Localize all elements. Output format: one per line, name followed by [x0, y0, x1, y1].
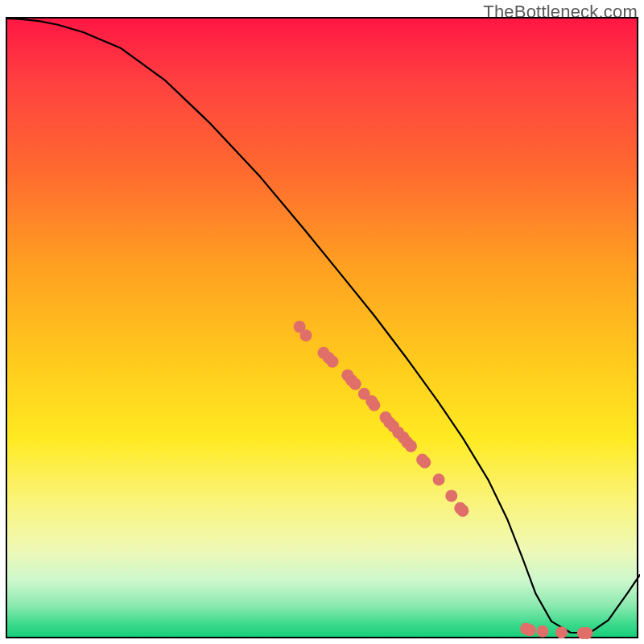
scatter-dot	[349, 378, 361, 390]
scatter-dots	[294, 320, 593, 639]
scatter-dot	[536, 625, 548, 638]
scatter-dot	[524, 624, 536, 636]
plot-frame	[6, 17, 638, 638]
bottleneck-chart: TheBottleneck.com	[0, 0, 644, 644]
scatter-dot	[299, 329, 312, 341]
scatter-dot	[368, 399, 380, 411]
scatter-dot	[580, 627, 592, 639]
scatter-dot	[405, 440, 417, 452]
plot-overlay-svg	[7, 19, 640, 640]
scatter-dot	[445, 489, 457, 502]
scatter-dot	[555, 626, 568, 638]
bottleneck-curve	[7, 19, 640, 634]
scatter-dot	[419, 456, 431, 469]
scatter-dot	[433, 473, 445, 485]
scatter-dot	[456, 505, 469, 517]
scatter-dot	[327, 356, 339, 368]
